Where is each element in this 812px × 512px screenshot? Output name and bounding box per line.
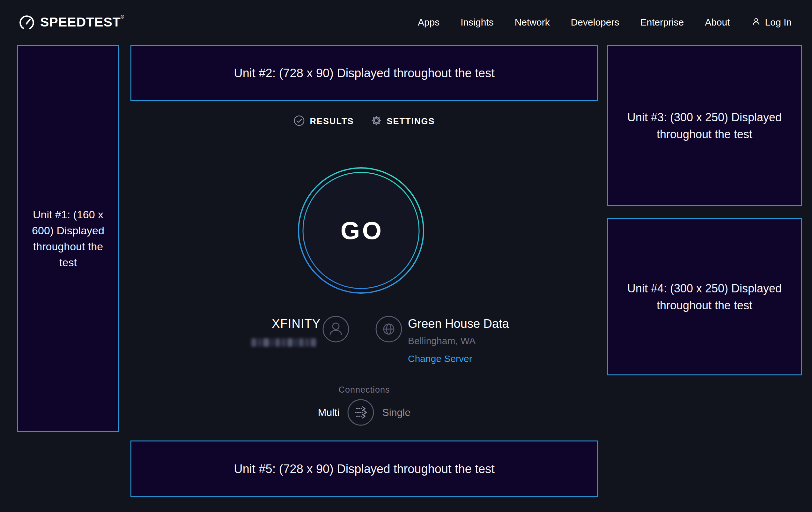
connections-heading: Connections — [294, 385, 434, 395]
isp-user-icon — [322, 316, 349, 344]
nav-item-network[interactable]: Network — [515, 17, 550, 28]
speedtest-logo[interactable]: SPEEDTEST® — [19, 14, 124, 31]
check-circle-icon — [293, 115, 305, 128]
ad-unit-1: Unit #1: (160 x 600) Displayed throughou… — [17, 45, 119, 432]
login-button[interactable]: Log In — [751, 17, 791, 28]
logo-trademark: ® — [121, 15, 124, 20]
multi-connections-icon[interactable] — [347, 399, 374, 426]
tab-settings-label: SETTINGS — [387, 116, 435, 127]
connections-toggle: Multi Single — [294, 399, 434, 426]
tab-results[interactable]: RESULTS — [293, 115, 354, 128]
main-nav: Apps Insights Network Developers Enterpr… — [418, 17, 791, 28]
isp-name: XFINITY — [223, 317, 321, 331]
nav-item-developers[interactable]: Developers — [571, 17, 619, 28]
change-server-link[interactable]: Change Server — [408, 354, 509, 364]
ad-unit-3: Unit #3: (300 x 250) Displayed throughou… — [607, 45, 802, 206]
results-settings-tabs: RESULTS — [294, 115, 434, 128]
server-info: Green House Data Bellingham, WA Change S… — [408, 317, 509, 364]
server-location: Bellingham, WA — [408, 336, 509, 346]
ad-unit-4-label: Unit #4: (300 x 250) Displayed throughou… — [625, 280, 784, 314]
ad-unit-2: Unit #2: (728 x 90) Displayed throughout… — [130, 45, 598, 101]
gear-icon — [371, 115, 382, 128]
ad-unit-5: Unit #5: (728 x 90) Displayed throughout… — [130, 440, 598, 497]
ad-unit-3-label: Unit #3: (300 x 250) Displayed throughou… — [625, 109, 784, 143]
ip-address-redacted — [251, 338, 320, 347]
connections-option-single[interactable]: Single — [382, 407, 410, 419]
server-globe-icon — [375, 316, 402, 344]
go-button-label: GO — [294, 163, 428, 297]
tab-results-label: RESULTS — [310, 116, 354, 127]
go-button[interactable]: GO — [294, 163, 428, 297]
ad-unit-4: Unit #4: (300 x 250) Displayed throughou… — [607, 218, 802, 375]
logo-text: SPEEDTEST® — [40, 14, 124, 30]
nav-item-about[interactable]: About — [705, 17, 730, 28]
speedtest-page: SPEEDTEST® Apps Insights Network Develop… — [0, 0, 812, 512]
nav-item-enterprise[interactable]: Enterprise — [640, 17, 684, 28]
connections-option-multi[interactable]: Multi — [318, 407, 340, 419]
tab-settings[interactable]: SETTINGS — [371, 115, 435, 128]
header: SPEEDTEST® Apps Insights Network Develop… — [0, 0, 812, 44]
ad-unit-5-label: Unit #5: (728 x 90) Displayed throughout… — [234, 462, 494, 476]
speedometer-icon — [19, 14, 35, 31]
nav-item-apps[interactable]: Apps — [418, 17, 439, 28]
nav-item-insights[interactable]: Insights — [461, 17, 493, 28]
ad-unit-2-label: Unit #2: (728 x 90) Displayed throughout… — [234, 66, 494, 80]
login-label: Log In — [765, 17, 791, 28]
user-icon — [751, 17, 761, 28]
ad-unit-1-label: Unit #1: (160 x 600) Displayed throughou… — [27, 207, 110, 270]
server-name: Green House Data — [408, 317, 509, 331]
